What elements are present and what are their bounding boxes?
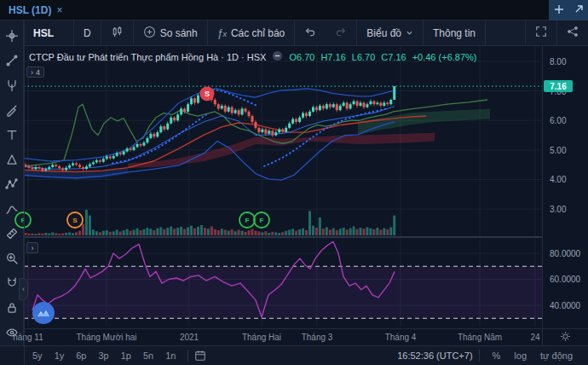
trend-line-icon[interactable] bbox=[3, 52, 20, 69]
time-label: Tháng Mười hai bbox=[76, 333, 136, 342]
legend-title: CTCP Đầu tư Phát triển Thực phẩm Hồng Hà… bbox=[29, 52, 266, 62]
xabcd-pattern-icon[interactable] bbox=[3, 176, 20, 193]
percent-scale-toggle[interactable]: % bbox=[486, 351, 508, 361]
tabbar-actions bbox=[549, 0, 588, 20]
svg-text:F: F bbox=[245, 217, 250, 224]
range-button-5y[interactable]: 5y bbox=[27, 349, 48, 362]
axis-settings-corner[interactable] bbox=[542, 328, 588, 345]
range-button-6p[interactable]: 6p bbox=[71, 349, 91, 362]
range-button-3p[interactable]: 3p bbox=[94, 349, 114, 362]
shapes-icon[interactable] bbox=[3, 151, 20, 168]
auto-scale-toggle[interactable]: tự động bbox=[533, 351, 579, 361]
fx-icon: ƒx bbox=[217, 27, 227, 39]
tab-close-icon[interactable]: × bbox=[56, 4, 62, 16]
rsi-indicator-pane[interactable] bbox=[24, 239, 542, 327]
indicators-label: Các chỉ báo bbox=[231, 27, 285, 39]
price-tick-5.00: 5.00 bbox=[550, 145, 566, 154]
collapse-legend-icon[interactable] bbox=[272, 50, 283, 63]
chevron-down-icon bbox=[406, 27, 413, 39]
time-label: 24 bbox=[530, 333, 539, 342]
popout-icon[interactable] bbox=[574, 3, 584, 18]
broker-logo[interactable] bbox=[32, 302, 55, 324]
magnet-icon[interactable] bbox=[3, 275, 20, 292]
rsi-pane-collapse-button[interactable]: › bbox=[26, 242, 38, 253]
clock-display[interactable]: 16:52:36 (UTC+7) bbox=[397, 351, 472, 361]
bottom-toolbar: 5y1y6p3p1p5n1n 16:52:36 (UTC+7) % log tự… bbox=[0, 345, 588, 365]
range-button-1p[interactable]: 1p bbox=[116, 349, 136, 362]
chart-style-button[interactable] bbox=[101, 20, 133, 45]
compare-plus-icon bbox=[143, 26, 156, 41]
rsi-tick-40: 40.0000 bbox=[550, 300, 580, 310]
measure-icon[interactable] bbox=[3, 225, 20, 242]
event-marker-s[interactable]: S bbox=[67, 212, 83, 228]
symbol-label: HSL bbox=[33, 27, 54, 39]
price-axis[interactable]: 8.007.006.005.004.003.0080.000060.000040… bbox=[542, 46, 588, 328]
interval-button[interactable]: D bbox=[74, 20, 101, 45]
tab-bar: HSL (1D) × bbox=[0, 0, 588, 20]
fullscreen-button[interactable] bbox=[526, 20, 556, 45]
main-pane-collapse-button[interactable]: ›4 bbox=[26, 67, 44, 78]
price-tick-3.00: 3.00 bbox=[550, 205, 566, 214]
legend-high: H7.16 bbox=[320, 52, 345, 62]
symbol-legend[interactable]: CTCP Đầu tư Phát triển Thực phẩm Hồng Hà… bbox=[29, 50, 477, 63]
rsi-tick-60: 60.0000 bbox=[550, 275, 580, 284]
event-marker-f[interactable]: F bbox=[239, 212, 255, 228]
range-button-1y[interactable]: 1y bbox=[49, 349, 70, 362]
time-label: háng 11 bbox=[13, 333, 43, 342]
event-marker-s[interactable]: S bbox=[200, 87, 215, 101]
chart-layout-menu[interactable]: Biểu đồ bbox=[357, 20, 423, 45]
cloud-green-forward bbox=[358, 108, 490, 134]
candles-icon bbox=[111, 26, 124, 41]
pane-separator[interactable] bbox=[24, 236, 542, 238]
chart-menu-label: Biểu đồ bbox=[366, 27, 401, 39]
psar-dots bbox=[213, 90, 256, 105]
text-tool-icon[interactable] bbox=[3, 126, 20, 143]
svg-text:F: F bbox=[260, 217, 264, 224]
compare-label: So sánh bbox=[160, 27, 198, 39]
time-label: Tháng 4 bbox=[385, 333, 417, 342]
chart-area: FSSFF CTCP Đầu tư Phát triển Thực phẩm H… bbox=[24, 46, 542, 328]
symbol-search-button[interactable]: HSL bbox=[24, 20, 73, 45]
goto-date-icon[interactable] bbox=[194, 350, 206, 362]
legend-close: C7.16 bbox=[381, 52, 406, 62]
undo-icon bbox=[304, 26, 316, 40]
crosshair-icon[interactable] bbox=[3, 27, 20, 44]
sidebar-collapse-handle[interactable]: ‹ bbox=[19, 278, 28, 300]
rsi-tick-80: 80.0000 bbox=[550, 249, 580, 258]
legend-low: L6.70 bbox=[352, 52, 376, 62]
interval-label: D bbox=[84, 27, 91, 39]
range-button-5n[interactable]: 5n bbox=[138, 349, 159, 362]
price-tick-8.00: 8.00 bbox=[550, 57, 566, 67]
compare-button[interactable]: So sánh bbox=[134, 20, 207, 45]
tab-title: HSL (1D) bbox=[9, 4, 51, 16]
brush-icon[interactable] bbox=[3, 101, 20, 119]
main-price-chart[interactable]: FSSFF bbox=[24, 46, 542, 237]
trading-chart-window: HSL (1D) × HSL D bbox=[0, 0, 588, 365]
range-button-1n[interactable]: 1n bbox=[160, 349, 181, 362]
indicators-button[interactable]: ƒx Các chỉ báo bbox=[208, 20, 295, 45]
log-scale-toggle[interactable]: log bbox=[507, 351, 533, 361]
hidden-indicator-count: 4 bbox=[36, 68, 40, 77]
zoom-in-icon[interactable] bbox=[3, 250, 20, 267]
share-icon bbox=[567, 26, 579, 40]
time-axis[interactable]: háng 11Tháng Mười hai2021Tháng HaiTháng … bbox=[24, 328, 542, 345]
clock-timezone: (UTC+7) bbox=[436, 351, 472, 361]
redo-icon bbox=[335, 26, 347, 40]
pitchfork-icon[interactable] bbox=[3, 77, 20, 94]
chart-toolbar: HSL D So sánh ƒx Các chỉ báo bbox=[24, 20, 588, 46]
add-tab-icon[interactable] bbox=[554, 3, 564, 18]
gear-icon bbox=[560, 330, 571, 345]
share-button[interactable] bbox=[557, 20, 588, 45]
time-label: Tháng 3 bbox=[302, 333, 333, 342]
legend-open: O6.70 bbox=[289, 52, 314, 62]
svg-text:S: S bbox=[205, 90, 210, 98]
svg-text:S: S bbox=[72, 217, 78, 224]
price-tick-6.00: 6.00 bbox=[550, 116, 566, 125]
slow-ma-green bbox=[24, 100, 487, 166]
redo-button[interactable] bbox=[326, 20, 356, 45]
lock-icon[interactable] bbox=[3, 299, 20, 316]
tab-hsl-1d[interactable]: HSL (1D) × bbox=[0, 0, 71, 20]
time-label: Tháng Năm bbox=[458, 333, 502, 342]
info-button[interactable]: Thông tin bbox=[424, 20, 485, 45]
undo-button[interactable] bbox=[295, 20, 326, 45]
